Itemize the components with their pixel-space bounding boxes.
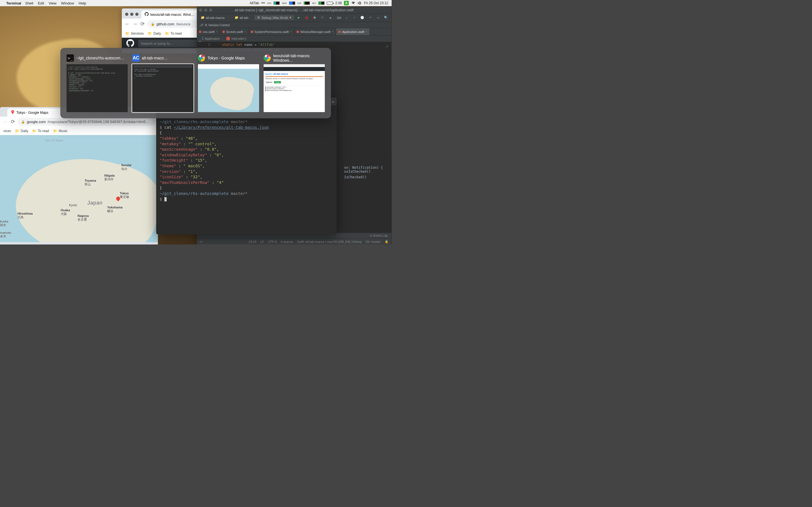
appcode-app-icon: AC <box>132 54 140 62</box>
volume-icon[interactable] <box>358 1 362 6</box>
git-commit-button[interactable]: ✓ <box>351 15 357 21</box>
cpu-monitor-icon[interactable] <box>273 1 280 5</box>
breadcrumb-child[interactable]: 📁alt-tab- <box>233 15 251 20</box>
git-pull-button[interactable]: ↙ <box>343 15 350 21</box>
indent-setting[interactable]: 4 spaces <box>281 240 293 243</box>
chrome-tab-maps[interactable]: Tokyo - Google Maps <box>7 108 69 117</box>
tab-application[interactable]: Application.swift× <box>336 28 370 35</box>
close-icon[interactable]: × <box>366 30 367 33</box>
switcher-item-chrome-maps[interactable]: Tokyo - Google Maps <box>198 54 259 112</box>
clock-time[interactable]: 2:38 <box>335 1 342 5</box>
lock-icon: 🔒 <box>21 120 25 124</box>
input-source-icon[interactable]: A <box>344 1 349 5</box>
window-controls[interactable] <box>199 8 212 11</box>
menu-bar-status: AltTab ••• CPU MEM SSD NET 2:38 A Fri 25… <box>250 1 388 6</box>
breadcrumb-class[interactable]: Application <box>205 37 220 40</box>
lock-icon[interactable]: 🔒 <box>385 240 389 243</box>
terminal-app-icon: >_ <box>66 54 74 62</box>
reload-button[interactable]: ⟳ <box>11 119 15 125</box>
run-config-selector[interactable]: ⚙ Debug | Mac 64-bit ▾ <box>254 15 294 20</box>
tab-screen[interactable]: Screen.swift× <box>220 28 249 35</box>
debug-button[interactable]: 🐞 <box>304 15 310 21</box>
layout-button[interactable]: ▭ <box>375 15 381 21</box>
ssd-monitor-icon[interactable] <box>304 1 310 5</box>
net-monitor-icon[interactable] <box>318 1 324 5</box>
back-button[interactable]: ← <box>124 21 130 27</box>
github-logo-icon[interactable] <box>126 39 134 48</box>
bookmark-daily[interactable]: 📁 Daily <box>15 129 28 133</box>
git-revert-button[interactable]: ↶ <box>367 15 373 21</box>
chrome-app-icon <box>198 54 205 62</box>
breadcrumb-method[interactable]: init(coder:) <box>232 37 246 40</box>
chrome-window-maps[interactable]: Tokyo - Google Maps ← ⟳ 🔒 google.com/map… <box>0 107 158 244</box>
close-icon[interactable]: × <box>290 30 292 33</box>
battery-icon[interactable] <box>327 2 333 5</box>
menu-window[interactable]: Window <box>61 1 74 5</box>
search-everywhere-button[interactable]: 🔍 <box>383 15 389 21</box>
stop-button[interactable]: ■ <box>327 15 334 21</box>
hammer-icon: ⚙ <box>257 16 260 19</box>
reload-button[interactable]: ⟳ <box>140 21 145 27</box>
toolwindow-icon[interactable]: ▭ <box>200 240 202 243</box>
switcher-item-chrome-github[interactable]: lwouis/alt-tab-macos: Windows… lwouis / … <box>264 54 325 112</box>
switcher-thumbnail: static let name = "AltTab"var statusItem… <box>132 64 193 112</box>
run-button[interactable]: ▶ <box>296 15 302 21</box>
close-icon[interactable]: × <box>245 30 246 33</box>
terminal-cursor <box>164 197 167 202</box>
wifi-icon[interactable] <box>351 1 356 6</box>
menu-bar: Terminal Shell Edit View Window Help Alt… <box>0 0 392 6</box>
mem-monitor-icon[interactable] <box>289 1 295 5</box>
bookmark-vices[interactable]: vices <box>3 129 11 133</box>
profile-button[interactable]: ↻ <box>319 15 326 21</box>
line-separator[interactable]: LF <box>260 240 264 243</box>
switcher-item-appcode[interactable]: AC alt-tab-maco… static let name = "AltT… <box>132 54 193 112</box>
editor-tabs: ces.swift× Screen.swift× SystemPermissio… <box>197 28 391 36</box>
coverage-button[interactable]: ⬣ <box>312 15 318 21</box>
lock-icon: 🔒 <box>151 22 155 26</box>
folder-icon: 📁 <box>201 16 205 19</box>
branch-icon: ⎇ <box>200 23 203 27</box>
google-map-canvas[interactable]: Sea of Japan Japan Sendai仙台 Niigata新潟市 T… <box>0 135 158 242</box>
git-branch[interactable]: Git: master <box>365 240 380 243</box>
git-label: Git: <box>337 16 342 19</box>
bookmark-toread[interactable]: 📁 To read <box>165 32 182 36</box>
run-context[interactable]: Swift: alt-tab-macos | macOS [x86_64] | … <box>297 240 361 243</box>
alttab-menubar-item[interactable]: AltTab <box>250 1 259 5</box>
tab-syspermissions[interactable]: SystemPermissions.swift× <box>249 28 294 35</box>
bookmark-services[interactable]: 📁 Services <box>125 32 144 36</box>
git-history-button[interactable]: 🕒 <box>359 15 365 21</box>
menu-view[interactable]: View <box>49 1 57 5</box>
close-icon[interactable]: × <box>216 30 218 33</box>
close-icon[interactable]: × <box>332 30 334 33</box>
menu-shell[interactable]: Shell <box>25 1 33 5</box>
address-bar[interactable]: 🔒 google.com/maps/place/Tokyo/@35.679384… <box>18 118 155 126</box>
bookmark-music[interactable]: 📁 Music <box>53 129 67 133</box>
method-icon <box>226 37 230 40</box>
github-favicon-icon <box>145 12 149 17</box>
switcher-item-terminal[interactable]: >_ ~/git_clones/rhs-autocom… ~/git_clone… <box>66 54 128 112</box>
version-control-panel[interactable]: 9: Version Control <box>205 23 230 27</box>
svg-point-0 <box>12 111 13 112</box>
encoding[interactable]: UTF-8 <box>268 240 276 243</box>
breadcrumb-root[interactable]: 📁alt-tab-macos <box>199 15 226 20</box>
forward-button[interactable]: → <box>133 21 138 27</box>
switcher-thumbnail: ~/git_clones/rhs-autocomplete $ cd ~/git… <box>66 64 128 112</box>
clock-date[interactable]: Fri 25 Oct 23:12 <box>364 1 388 5</box>
bookmark-toread[interactable]: 📁 To read <box>32 129 49 133</box>
alt-tab-switcher[interactable]: >_ ~/git_clones/rhs-autocom… ~/git_clone… <box>60 48 331 118</box>
new-tab-button[interactable]: + <box>332 99 335 105</box>
cursor-position[interactable]: 23:16 <box>249 240 257 243</box>
menu-help[interactable]: Help <box>79 1 86 5</box>
tab-ces[interactable]: ces.swift× <box>197 28 220 35</box>
active-app-name[interactable]: Terminal <box>6 1 21 5</box>
bookmark-daily[interactable]: 📁 Daily <box>148 32 161 36</box>
switcher-thumbnail <box>198 64 259 112</box>
dots-icon[interactable]: ••• <box>261 1 265 5</box>
tab-title: lwouis/alt-tab-macos: Wind… <box>150 13 194 17</box>
menu-edit[interactable]: Edit <box>38 1 44 5</box>
chevron-down-icon: ▾ <box>290 16 291 19</box>
folder-icon: 📁 <box>235 16 239 19</box>
tab-windowmanager[interactable]: WindowManager.swift× <box>294 28 336 35</box>
terminal-body[interactable]: $ cd ~/git_clones/rhs-autocomplete ~/git… <box>156 105 337 205</box>
event-log-button[interactable]: ▭ Event Log <box>370 234 388 237</box>
